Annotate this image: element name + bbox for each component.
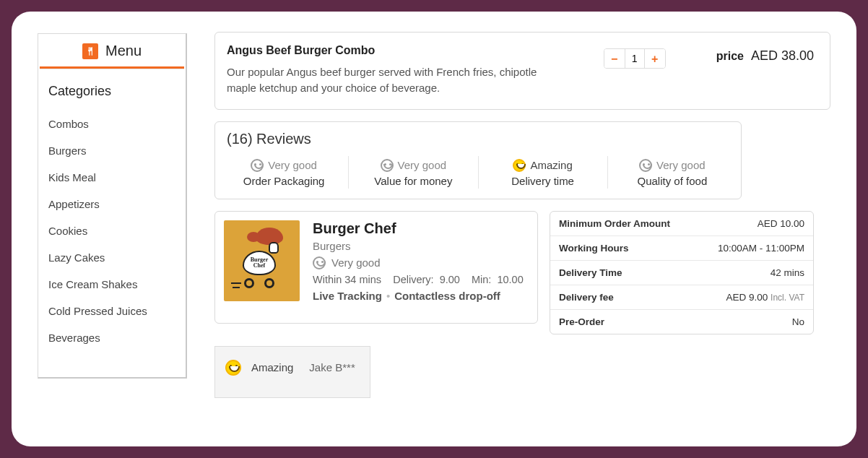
smile-icon	[251, 159, 264, 172]
review-metric: Very goodOrder Packaging	[220, 156, 348, 189]
info-row: Delivery Time42 mins	[550, 261, 813, 285]
info-row: Delivery feeAED 9.00 Incl. VAT	[550, 285, 813, 310]
sidebar-category-item[interactable]: Burgers	[48, 137, 175, 164]
sidebar-category-item[interactable]: Appetizers	[48, 191, 175, 217]
menu-title: Menu	[105, 43, 142, 59]
quantity-stepper: − 1 +	[604, 48, 666, 69]
utensils-icon	[82, 43, 98, 59]
customer-review: Amazing Jake B***	[214, 346, 370, 398]
sidebar-category-item[interactable]: Combos	[48, 111, 175, 137]
categories-title: Categories	[48, 84, 175, 99]
sidebar: Menu Categories CombosBurgersKids MealAp…	[38, 33, 187, 379]
sidebar-category-item[interactable]: Cookies	[48, 217, 175, 244]
sidebar-category-item[interactable]: Ice Cream Shakes	[48, 271, 175, 298]
restaurant-features: Live Tracking•Contactless drop-off	[313, 290, 529, 302]
review-metric: Very goodValue for money	[348, 156, 477, 189]
restaurant-name: Burger Chef	[313, 220, 529, 237]
review-metric: AmazingDelivery time	[478, 156, 607, 189]
smile-gold-icon	[513, 159, 526, 172]
info-row: Minimum Order AmountAED 10.00	[550, 212, 813, 236]
sidebar-category-item[interactable]: Cold Pressed Juices	[48, 298, 175, 324]
qty-minus-button[interactable]: −	[604, 49, 625, 69]
item-description: Our popular Angus beef burger served wit…	[227, 64, 537, 96]
smile-icon	[639, 159, 652, 172]
qty-value: 1	[625, 49, 645, 68]
restaurant-rating: Very good	[313, 256, 529, 269]
categories: Categories CombosBurgersKids MealAppetiz…	[38, 69, 186, 358]
info-row: Working Hours10:00AM - 11:00PM	[550, 236, 813, 261]
sidebar-category-item[interactable]: Lazy Cakes	[48, 244, 175, 271]
smile-icon	[381, 159, 394, 172]
review-rating: Amazing	[251, 361, 293, 373]
price-label: price	[716, 50, 744, 63]
info-row: Pre-OrderNo	[550, 310, 813, 334]
restaurant-info-card: Minimum Order AmountAED 10.00 Working Ho…	[550, 211, 814, 334]
reviews-heading: (16) Reviews	[215, 131, 741, 156]
reviews-card: (16) Reviews Very goodOrder PackagingVer…	[214, 121, 742, 199]
sidebar-category-item[interactable]: Kids Meal	[48, 164, 175, 191]
smile-icon	[313, 256, 326, 269]
menu-item-card: Angus Beef Burger Combo Our popular Angu…	[214, 32, 830, 110]
restaurant-meta: Within34 mins Delivery: 9.00 Min: 10.00	[313, 274, 529, 285]
item-title: Angus Beef Burger Combo	[227, 44, 589, 57]
review-metric: Very goodQuality of food	[607, 156, 737, 189]
sidebar-category-item[interactable]: Beverages	[48, 324, 175, 351]
menu-header: Menu	[40, 34, 184, 69]
restaurant-category: Burgers	[313, 240, 529, 252]
restaurant-card[interactable]: Burger Chef Burger Chef Burgers Very goo…	[214, 211, 538, 324]
qty-plus-button[interactable]: +	[645, 49, 665, 69]
smile-gold-icon	[225, 360, 241, 376]
restaurant-logo: Burger Chef	[224, 220, 300, 301]
price-value: AED 38.00	[751, 48, 814, 64]
review-author: Jake B***	[309, 361, 355, 373]
